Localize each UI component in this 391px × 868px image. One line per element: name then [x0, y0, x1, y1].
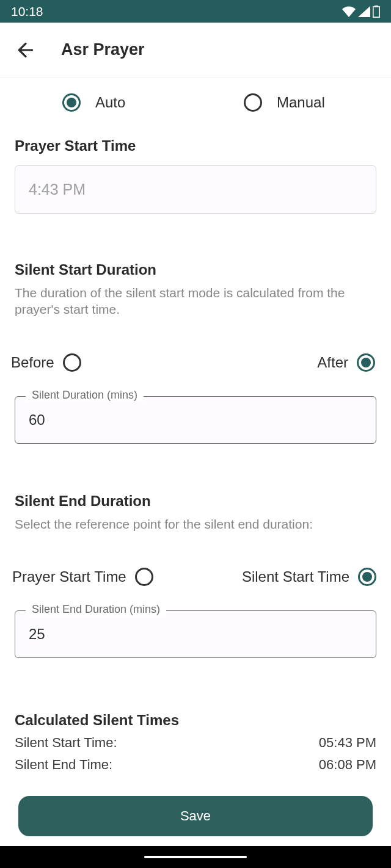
radio-unselected-icon — [135, 568, 153, 586]
page-title: Asr Prayer — [61, 40, 145, 59]
status-time: 10:18 — [11, 4, 43, 19]
prayer-start-title: Prayer Start Time — [15, 137, 376, 154]
radio-unselected-icon — [244, 93, 262, 112]
mode-auto-option[interactable]: Auto — [15, 93, 195, 112]
mode-selector: Auto Manual — [15, 93, 376, 112]
ref-prayer-start-label: Prayer Start Time — [12, 568, 126, 585]
before-option[interactable]: Before — [11, 353, 81, 372]
ref-silent-start-label: Silent Start Time — [242, 568, 349, 585]
after-label: After — [317, 354, 348, 371]
save-button[interactable]: Save — [18, 796, 373, 836]
calc-end-label: Silent End Time: — [15, 757, 112, 773]
prayer-start-time-field[interactable]: 4:43 PM — [15, 165, 376, 214]
radio-selected-icon — [357, 353, 375, 372]
silent-end-title: Silent End Duration — [15, 493, 376, 510]
wifi-icon — [342, 6, 356, 17]
back-button[interactable] — [15, 39, 37, 61]
calc-end-value: 06:08 PM — [319, 757, 376, 773]
silent-duration-input[interactable]: 60 — [15, 396, 376, 444]
radio-unselected-icon — [63, 353, 81, 372]
silent-start-desc: The duration of the silent start mode is… — [15, 284, 376, 318]
silent-end-desc: Select the reference point for the silen… — [15, 516, 376, 532]
home-handle-icon — [144, 856, 247, 858]
battery-icon — [373, 5, 380, 18]
status-right — [342, 5, 380, 18]
calc-start-label: Silent Start Time: — [15, 735, 117, 751]
before-label: Before — [11, 354, 54, 371]
mode-manual-label: Manual — [277, 94, 325, 111]
silent-end-duration-label: Silent End Duration (mins) — [26, 603, 166, 616]
svg-rect-1 — [373, 7, 379, 17]
after-option[interactable]: After — [317, 353, 375, 372]
ref-silent-start-option[interactable]: Silent Start Time — [242, 568, 376, 586]
radio-selected-icon — [62, 93, 81, 112]
app-bar: Asr Prayer — [0, 23, 391, 78]
ref-prayer-start-option[interactable]: Prayer Start Time — [12, 568, 153, 586]
calc-start-value: 05:43 PM — [319, 735, 376, 751]
signal-icon — [358, 6, 370, 17]
nav-bar[interactable] — [0, 846, 391, 868]
silent-duration-label: Silent Duration (mins) — [26, 389, 144, 402]
silent-end-duration-input[interactable]: 25 — [15, 610, 376, 658]
silent-start-title: Silent Start Duration — [15, 261, 376, 278]
radio-selected-icon — [358, 568, 376, 586]
mode-auto-label: Auto — [95, 94, 125, 111]
status-bar: 10:18 — [0, 0, 391, 23]
mode-manual-option[interactable]: Manual — [195, 93, 376, 112]
back-arrow-icon — [16, 40, 35, 60]
calculated-title: Calculated Silent Times — [15, 712, 376, 729]
